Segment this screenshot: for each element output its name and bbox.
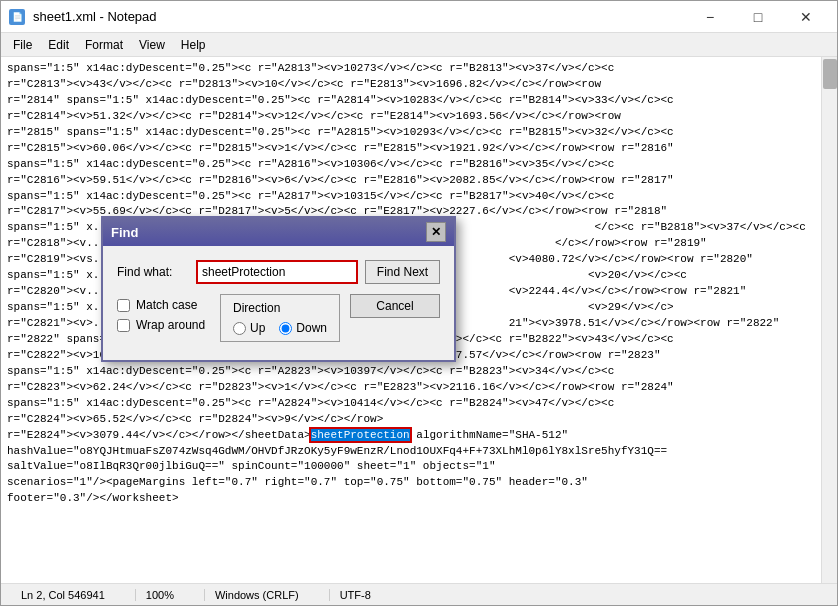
direction-up-label: Up [250, 321, 265, 335]
direction-down-radio[interactable] [279, 322, 292, 335]
dialog-body: Find what: Find Next Match case [103, 246, 454, 360]
menu-format[interactable]: Format [77, 36, 131, 54]
direction-up-radio[interactable] [233, 322, 246, 335]
cursor-position: Ln 2, Col 546941 [11, 589, 115, 601]
menu-help[interactable]: Help [173, 36, 214, 54]
vertical-scrollbar[interactable] [821, 57, 837, 583]
encoding: UTF-8 [329, 589, 381, 601]
direction-group: Direction Up Down [220, 294, 340, 342]
options-row: Match case Wrap around Direction [117, 294, 440, 342]
menu-bar: File Edit Format View Help [1, 33, 837, 57]
menu-file[interactable]: File [5, 36, 40, 54]
direction-down-option[interactable]: Down [279, 321, 327, 335]
wrap-around-label: Wrap around [136, 318, 205, 332]
match-case-label: Match case [136, 298, 197, 312]
direction-label: Direction [233, 301, 327, 315]
menu-edit[interactable]: Edit [40, 36, 77, 54]
main-window: 📄 sheet1.xml - Notepad − □ ✕ File Edit F… [0, 0, 838, 606]
direction-down-label: Down [296, 321, 327, 335]
dialog-close-button[interactable]: ✕ [426, 222, 446, 242]
dialog-title-bar: Find ✕ [103, 218, 454, 246]
find-what-row: Find what: Find Next [117, 260, 440, 284]
wrap-around-option[interactable]: Wrap around [117, 318, 210, 332]
cancel-col: Cancel [350, 294, 440, 318]
find-next-button[interactable]: Find Next [365, 260, 440, 284]
direction-up-option[interactable]: Up [233, 321, 265, 335]
find-what-input[interactable] [197, 261, 357, 283]
checkbox-group: Match case Wrap around [117, 298, 210, 332]
status-bar: Ln 2, Col 546941 100% Windows (CRLF) UTF… [1, 583, 837, 605]
line-ending: Windows (CRLF) [204, 589, 309, 601]
find-what-label: Find what: [117, 265, 189, 279]
dialog-title: Find [111, 225, 138, 240]
find-dialog[interactable]: Find ✕ Find what: Find Next M [101, 216, 456, 362]
title-bar-controls: − □ ✕ [687, 1, 829, 33]
highlighted-word: sheetProtection [311, 429, 410, 441]
cancel-button[interactable]: Cancel [350, 294, 440, 318]
match-case-option[interactable]: Match case [117, 298, 210, 312]
minimize-button[interactable]: − [687, 1, 733, 33]
wrap-around-checkbox[interactable] [117, 319, 130, 332]
zoom-level: 100% [135, 589, 184, 601]
title-bar-left: 📄 sheet1.xml - Notepad [9, 9, 157, 25]
app-icon: 📄 [9, 9, 25, 25]
title-bar: 📄 sheet1.xml - Notepad − □ ✕ [1, 1, 837, 33]
menu-view[interactable]: View [131, 36, 173, 54]
close-button[interactable]: ✕ [783, 1, 829, 33]
direction-radio-group: Up Down [233, 321, 327, 335]
match-case-checkbox[interactable] [117, 299, 130, 312]
maximize-button[interactable]: □ [735, 1, 781, 33]
window-title: sheet1.xml - Notepad [33, 9, 157, 24]
